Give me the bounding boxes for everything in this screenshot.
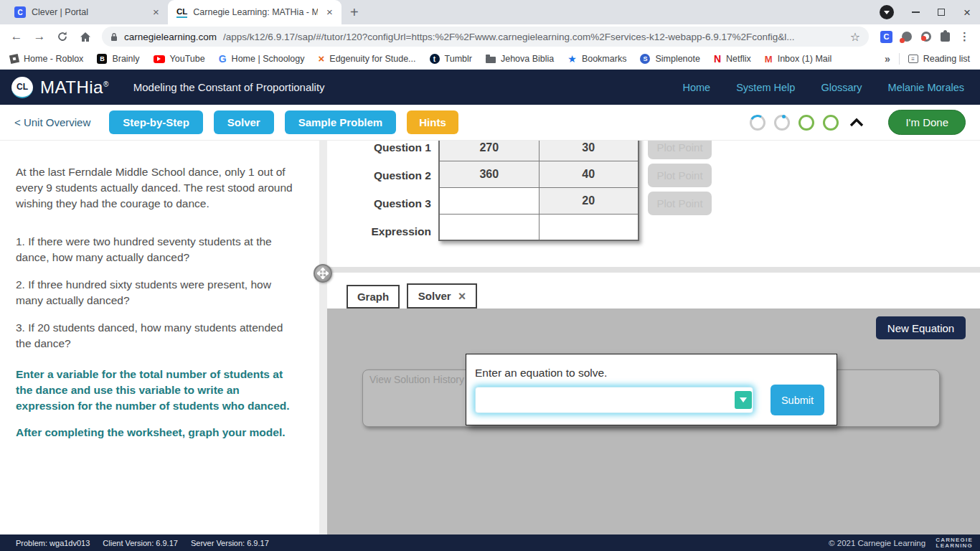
reload-button[interactable] <box>53 27 72 46</box>
caret-down-icon <box>740 397 747 402</box>
cell-q3-total[interactable] <box>439 187 539 214</box>
new-equation-button[interactable]: New Equation <box>876 316 966 339</box>
plot-point-button-2[interactable]: Plot Point <box>648 164 712 187</box>
problem-intro: At the last Ferndale Middle School dance… <box>16 164 298 212</box>
collapse-toolbar-button[interactable] <box>849 118 864 127</box>
instruction-1: Enter a variable for the total number of… <box>16 367 298 414</box>
panel-splitter[interactable] <box>319 141 327 534</box>
chevron-up-icon <box>849 118 864 127</box>
bookmark-star-icon[interactable]: ☆ <box>850 30 860 44</box>
plot-point-button-3[interactable]: Plot Point <box>648 192 712 215</box>
bookmark-tumblr[interactable]: tTumblr <box>430 54 472 64</box>
bookmark-netflix[interactable]: NNetflix <box>714 53 751 65</box>
progress-circle-started <box>774 115 790 131</box>
mathia-brand: MATHia® <box>40 77 109 98</box>
bookmark-youtube[interactable]: YouTube <box>154 54 205 64</box>
extension-icon[interactable] <box>921 32 931 42</box>
question-2: 2. If three hundred sixty students were … <box>16 277 298 309</box>
hints-button[interactable]: Hints <box>407 110 458 134</box>
bookmarks-bar-right: » ≡Reading list <box>885 53 970 65</box>
restore-button[interactable] <box>928 0 954 24</box>
cell-q3-danced[interactable]: 20 <box>539 187 639 214</box>
equation-input[interactable] <box>475 387 753 413</box>
table-row: 270 30 <box>439 141 639 161</box>
splitter-drag-handle[interactable] <box>314 264 332 283</box>
copyright-text: © 2021 Carnegie Learning <box>829 539 925 547</box>
row-label: Question 3 <box>368 189 431 217</box>
simplenote-icon: S <box>640 54 650 64</box>
extensions-puzzle-icon[interactable] <box>941 32 950 42</box>
instruction-2: After completing the worksheet, graph yo… <box>16 425 298 441</box>
home-button[interactable] <box>76 27 95 46</box>
solver-button[interactable]: Solver <box>214 110 274 134</box>
solution-history-label[interactable]: View Solution History <box>369 374 464 385</box>
equation-entry-dialog: Enter an equation to solve. Submit <box>466 354 837 425</box>
forward-button[interactable]: → <box>30 27 49 46</box>
clever-favicon-icon: C <box>14 6 26 18</box>
cell-q1-danced[interactable]: 30 <box>539 141 639 161</box>
progress-circle-started <box>750 115 765 131</box>
tab-mathia[interactable]: CL Carnegie Learning: MATHia - Mo × <box>168 0 341 24</box>
status-server-version: Server Version: 6.9.17 <box>191 539 269 547</box>
submit-button[interactable]: Submit <box>771 385 824 415</box>
profile-chevron-button[interactable] <box>880 5 894 19</box>
equation-dropdown-button[interactable] <box>735 391 752 409</box>
cell-expression-total[interactable] <box>439 214 539 240</box>
cell-q2-danced[interactable]: 40 <box>539 161 639 187</box>
plot-point-button-1[interactable]: Plot Point <box>648 141 712 159</box>
unit-overview-link[interactable]: < Unit Overview <box>14 116 90 128</box>
sample-problem-button[interactable]: Sample Problem <box>285 110 397 134</box>
reading-list-icon: ≡ <box>908 55 918 63</box>
tab-close-icon[interactable]: × <box>150 6 162 19</box>
clever-extension-icon[interactable]: C <box>880 31 892 43</box>
chrome-menu-icon[interactable]: ⋮ <box>959 30 970 43</box>
horizontal-splitter[interactable] <box>327 267 980 273</box>
netflix-icon: N <box>714 53 721 65</box>
progress-indicators <box>750 115 839 131</box>
extension-icon[interactable] <box>902 32 912 42</box>
bookmarks-overflow-chevron[interactable]: » <box>885 53 890 65</box>
tab-title: Clever | Portal <box>32 7 144 17</box>
browser-tab-strip: C Clever | Portal × CL Carnegie Learning… <box>0 0 980 24</box>
bookmark-edgenuity[interactable]: ×Edgenuity for Stude... <box>319 54 416 64</box>
bookmark-bookmarks[interactable]: ★Bookmarks <box>567 53 626 65</box>
new-tab-button[interactable]: + <box>350 4 359 21</box>
brainly-icon: B <box>97 54 107 64</box>
bookmark-inbox-mail[interactable]: MInbox (1) Mail <box>765 54 832 65</box>
question-1: 1. If there were two hundred seventy stu… <box>16 234 298 265</box>
nav-glossary[interactable]: Glossary <box>821 82 862 93</box>
tab-solver[interactable]: Solver × <box>407 283 477 309</box>
tab-graph[interactable]: Graph <box>347 285 400 309</box>
lock-icon <box>110 32 118 42</box>
carnegie-learning-logo: CARNEGIE LEARNING <box>936 537 973 549</box>
bookmark-label: Home - Roblox <box>24 54 83 64</box>
bookmark-jehova-biblia[interactable]: Jehova Biblia <box>486 54 554 64</box>
cell-q2-total[interactable]: 360 <box>439 161 539 187</box>
bookmark-simplenote[interactable]: SSimplenote <box>640 54 700 64</box>
bookmark-label: Jehova Biblia <box>501 54 554 64</box>
close-window-button[interactable]: × <box>954 0 980 24</box>
bookmark-schoology[interactable]: GHome | Schoology <box>219 53 305 65</box>
browser-window: C Clever | Portal × CL Carnegie Learning… <box>0 0 980 551</box>
step-by-step-button[interactable]: Step-by-Step <box>109 110 203 134</box>
nav-user-melanie-morales[interactable]: Melanie Morales <box>888 82 964 93</box>
tab-close-icon[interactable]: × <box>324 6 336 19</box>
im-done-button[interactable]: I'm Done <box>888 110 966 135</box>
url-omnibox[interactable]: carnegielearning.com/apps/k12/6.9.17/sap… <box>102 27 869 47</box>
tab-clever-portal[interactable]: C Clever | Portal × <box>6 0 168 24</box>
tutor-toolbar: < Unit Overview Step-by-Step Solver Samp… <box>0 105 980 141</box>
cell-expression-danced[interactable] <box>539 214 639 240</box>
tab-close-icon[interactable]: × <box>458 291 466 302</box>
nav-home[interactable]: Home <box>683 82 711 93</box>
table-row <box>439 214 639 240</box>
youtube-icon <box>154 55 165 63</box>
back-button[interactable]: ← <box>7 27 26 46</box>
minimize-button[interactable] <box>903 0 928 24</box>
progress-circle-complete <box>798 115 814 131</box>
table-row: 20 <box>439 187 639 214</box>
bookmark-brainly[interactable]: BBrainly <box>97 54 139 64</box>
reading-list-button[interactable]: ≡Reading list <box>908 54 970 64</box>
cell-q1-total[interactable]: 270 <box>439 141 539 161</box>
nav-system-help[interactable]: System Help <box>736 82 795 93</box>
bookmark-roblox[interactable]: Home - Roblox <box>10 54 83 64</box>
